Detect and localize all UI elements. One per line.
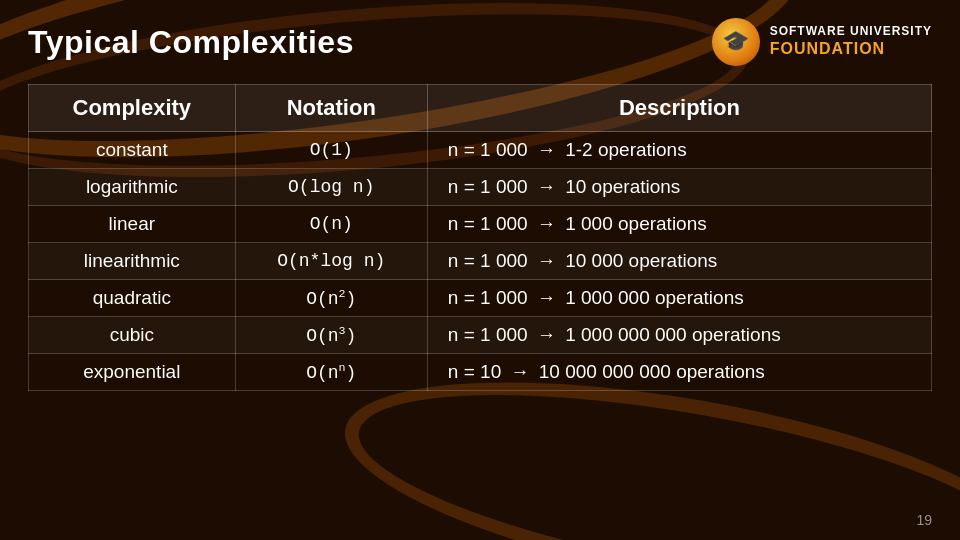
complexity-cell: exponential bbox=[29, 354, 236, 391]
table-row: linearO(n)n = 1 000 → 1 000 operations bbox=[29, 206, 932, 243]
page-number: 19 bbox=[916, 512, 932, 528]
col-notation: Notation bbox=[235, 85, 427, 132]
arrow-icon: → bbox=[537, 250, 556, 272]
arrow-icon: → bbox=[537, 287, 556, 309]
page: Typical Complexities 🎓 SOFTWARE UNIVERSI… bbox=[0, 0, 960, 540]
arrow-icon: → bbox=[537, 213, 556, 235]
notation-cell: O(1) bbox=[235, 132, 427, 169]
table-row: cubicO(n3)n = 1 000 → 1 000 000 000 oper… bbox=[29, 317, 932, 354]
description-cell: n = 1 000 → 1 000 000 operations bbox=[427, 280, 931, 317]
arrow-icon: → bbox=[537, 176, 556, 198]
complexities-table: Complexity Notation Description constant… bbox=[28, 84, 932, 391]
description-cell: n = 10 → 10 000 000 000 operations bbox=[427, 354, 931, 391]
arrow-icon: → bbox=[511, 361, 530, 383]
table-header-row: Complexity Notation Description bbox=[29, 85, 932, 132]
complexity-cell: cubic bbox=[29, 317, 236, 354]
page-title: Typical Complexities bbox=[28, 24, 354, 61]
complexity-cell: linear bbox=[29, 206, 236, 243]
notation-cell: O(n3) bbox=[235, 317, 427, 354]
header: Typical Complexities 🎓 SOFTWARE UNIVERSI… bbox=[28, 18, 932, 66]
logo-area: 🎓 SOFTWARE UNIVERSITY FOUNDATION bbox=[712, 18, 932, 66]
description-cell: n = 1 000 → 1 000 000 000 operations bbox=[427, 317, 931, 354]
col-description: Description bbox=[427, 85, 931, 132]
notation-cell: O(n2) bbox=[235, 280, 427, 317]
col-complexity: Complexity bbox=[29, 85, 236, 132]
complexity-cell: logarithmic bbox=[29, 169, 236, 206]
arrow-icon: → bbox=[537, 139, 556, 161]
description-cell: n = 1 000 → 1 000 operations bbox=[427, 206, 931, 243]
complexity-cell: linearithmic bbox=[29, 243, 236, 280]
table-row: exponentialO(nn)n = 10 → 10 000 000 000 … bbox=[29, 354, 932, 391]
notation-cell: O(nn) bbox=[235, 354, 427, 391]
description-cell: n = 1 000 → 10 000 operations bbox=[427, 243, 931, 280]
arrow-icon: → bbox=[537, 324, 556, 346]
logo-icon: 🎓 bbox=[712, 18, 760, 66]
notation-cell: O(n*log n) bbox=[235, 243, 427, 280]
complexity-cell: quadratic bbox=[29, 280, 236, 317]
table-row: logarithmicO(log n)n = 1 000 → 10 operat… bbox=[29, 169, 932, 206]
description-cell: n = 1 000 → 1-2 operations bbox=[427, 132, 931, 169]
complexity-cell: constant bbox=[29, 132, 236, 169]
description-cell: n = 1 000 → 10 operations bbox=[427, 169, 931, 206]
notation-cell: O(log n) bbox=[235, 169, 427, 206]
table-row: quadraticO(n2)n = 1 000 → 1 000 000 oper… bbox=[29, 280, 932, 317]
table-row: linearithmicO(n*log n)n = 1 000 → 10 000… bbox=[29, 243, 932, 280]
notation-cell: O(n) bbox=[235, 206, 427, 243]
logo-brand: FOUNDATION bbox=[770, 39, 932, 60]
table-row: constantO(1)n = 1 000 → 1-2 operations bbox=[29, 132, 932, 169]
logo-line1: SOFTWARE UNIVERSITY bbox=[770, 24, 932, 40]
logo-text: SOFTWARE UNIVERSITY FOUNDATION bbox=[770, 24, 932, 60]
